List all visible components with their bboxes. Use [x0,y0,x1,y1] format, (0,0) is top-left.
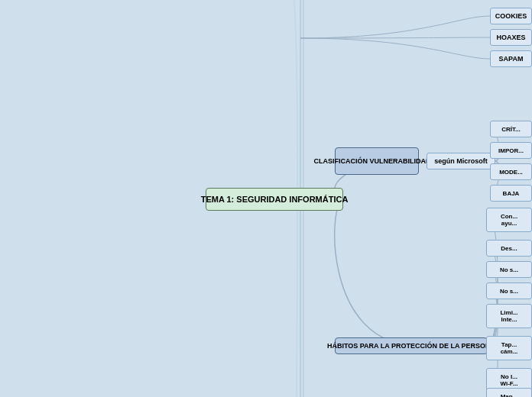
segun-microsoft-node: según Microsoft [427,153,495,169]
habito-3-node: No s... [486,261,532,278]
clasificacion-label: CLASIFICACIÓN VULNERABILIDADES [314,157,440,166]
moderada-node: MODE... [490,163,532,180]
habito-4-node: No s... [486,282,532,299]
central-node: TEMA 1: SEGURIDAD INFORMÁTICA [206,188,343,211]
habito-6-node: Tap...cám... [486,336,532,360]
habitos-node: HÁBITOS PARA LA PROTECCIÓN DE LA PERSONA [335,337,488,354]
mind-map: TEMA 1: SEGURIDAD INFORMÁTICA CLASIFICAC… [0,0,532,397]
clasificacion-node: CLASIFICACIÓN VULNERABILIDADES [335,147,419,175]
habito-2-node: Des... [486,240,532,257]
habito-8-node: Man... [486,388,532,397]
sapam-node: SAPAM [490,50,532,67]
habito-5-node: Limi...Inte... [486,304,532,328]
habito-1-node: Con...ayu... [486,208,532,232]
importa-node: IMPOR... [490,142,532,159]
critica-node: CRÍT... [490,121,532,137]
baja-node: BAJA [490,185,532,202]
cookies-node: COOKIES [490,8,532,24]
hoaxes-node: HOAXES [490,29,532,46]
